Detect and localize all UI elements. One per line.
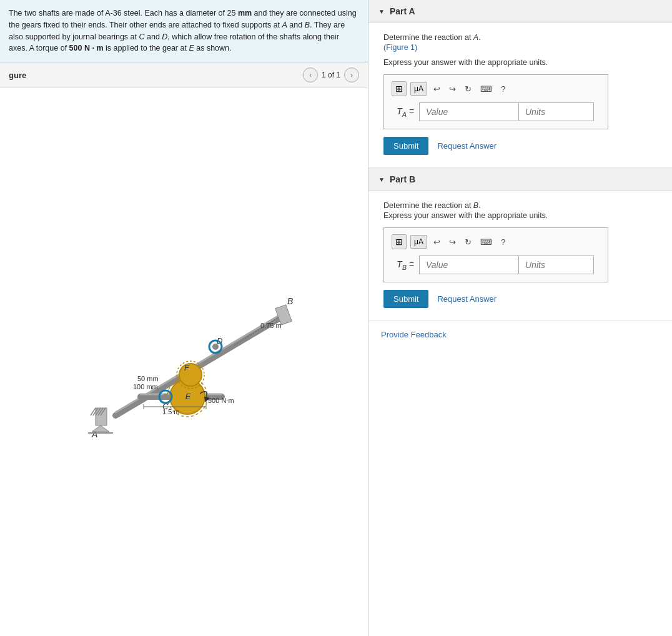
figure-area: gure ‹ 1 of 1 › (0, 62, 368, 636)
part-b-action-row: Submit Request Answer (383, 290, 660, 308)
svg-text:F: F (184, 363, 190, 372)
part-a-grid-button[interactable]: ⊞ (392, 81, 407, 96)
page-indicator: 1 of 1 (322, 71, 340, 79)
part-b-express-text: Express your answer with the appropriate… (383, 211, 660, 220)
part-a-redo-icon[interactable]: ↪ (447, 83, 458, 95)
part-b-submit-button[interactable]: Submit (383, 290, 428, 308)
part-b-label: Part B (390, 174, 415, 184)
part-a-value-input[interactable] (419, 102, 519, 121)
part-b-body: Determine the reaction at B. Express you… (368, 191, 672, 320)
problem-text: The two shafts are made of A-36 steel. E… (0, 0, 368, 62)
part-a-header[interactable]: ▼ Part A (368, 0, 672, 23)
part-b-determine-text: Determine the reaction at B. (383, 201, 660, 210)
part-a-input-row: TA = (392, 102, 600, 121)
part-a-request-answer-link[interactable]: Request Answer (437, 141, 497, 151)
svg-text:0.75 m: 0.75 m (260, 322, 282, 329)
feedback-section: Provide Feedback (368, 321, 672, 348)
part-b-undo-icon[interactable]: ↩ (431, 236, 443, 248)
svg-text:500 N·m: 500 N·m (208, 397, 234, 404)
part-a-answer-box: ⊞ μA ↩ ↪ ↻ ⌨ ? TA = (383, 74, 608, 129)
part-b-keyboard-icon[interactable]: ⌨ (478, 236, 495, 248)
figure-diagram: A B E F D (41, 272, 328, 453)
figure-title: gure (9, 71, 26, 80)
grid-icon-b: ⊞ (395, 237, 403, 247)
part-b-chevron: ▼ (378, 176, 385, 183)
part-b-mu-button[interactable]: μA (410, 235, 427, 249)
figure-nav: ‹ 1 of 1 › (303, 67, 359, 82)
part-b-header[interactable]: ▼ Part B (368, 168, 672, 191)
svg-text:E: E (185, 392, 190, 401)
part-a-body: Determine the reaction at A. (Figure 1) … (368, 23, 672, 167)
part-a-express-text: Express your answer with the appropriate… (383, 58, 660, 67)
provide-feedback-link[interactable]: Provide Feedback (381, 330, 447, 339)
part-a-keyboard-icon[interactable]: ⌨ (478, 83, 495, 95)
left-panel: The two shafts are made of A-36 steel. E… (0, 0, 368, 636)
part-b-toolbar: ⊞ μA ↩ ↪ ↻ ⌨ ? (392, 234, 600, 249)
part-a-section: ▼ Part A Determine the reaction at A. (F… (368, 0, 672, 168)
part-a-figure-link[interactable]: (Figure 1) (383, 43, 660, 52)
svg-text:50 mm: 50 mm (137, 375, 159, 382)
svg-point-22 (162, 394, 169, 400)
part-b-refresh-icon[interactable]: ↻ (462, 236, 474, 248)
svg-text:1.5 m: 1.5 m (162, 408, 180, 415)
part-b-eq-label: TB = (392, 259, 414, 271)
figure-canvas: A B E F D (0, 88, 368, 636)
part-a-help-icon[interactable]: ? (498, 83, 508, 95)
svg-point-17 (179, 364, 202, 386)
part-b-help-icon[interactable]: ? (498, 236, 508, 248)
next-page-button[interactable]: › (344, 67, 359, 82)
part-a-toolbar: ⊞ μA ↩ ↪ ↻ ⌨ ? (392, 81, 600, 96)
part-a-mu-button[interactable]: μA (410, 82, 427, 96)
part-b-input-row: TB = (392, 256, 600, 274)
part-a-chevron: ▼ (378, 8, 385, 15)
part-b-units-input[interactable] (519, 256, 594, 274)
part-b-answer-box: ⊞ μA ↩ ↪ ↻ ⌨ ? TB = (383, 227, 608, 282)
svg-text:B: B (287, 296, 293, 306)
figure-header: gure ‹ 1 of 1 › (0, 62, 368, 88)
svg-text:100 mm: 100 mm (133, 383, 158, 390)
part-b-value-input[interactable] (419, 256, 519, 274)
part-a-units-input[interactable] (519, 102, 594, 121)
part-b-grid-button[interactable]: ⊞ (392, 234, 407, 249)
prev-page-button[interactable]: ‹ (303, 67, 318, 82)
part-a-determine-text: Determine the reaction at A. (383, 33, 660, 42)
part-b-section: ▼ Part B Determine the reaction at B. Ex… (368, 168, 672, 321)
part-a-undo-icon[interactable]: ↩ (431, 83, 443, 95)
right-panel: ▼ Part A Determine the reaction at A. (F… (368, 0, 672, 636)
part-b-request-answer-link[interactable]: Request Answer (437, 294, 497, 304)
part-a-submit-button[interactable]: Submit (383, 137, 428, 155)
mu-icon-b: μA (414, 237, 423, 246)
part-a-label: Part A (390, 6, 415, 16)
mu-icon: μA (414, 84, 423, 93)
part-a-action-row: Submit Request Answer (383, 137, 660, 155)
grid-icon: ⊞ (395, 84, 403, 94)
part-a-refresh-icon[interactable]: ↻ (462, 83, 474, 95)
part-b-redo-icon[interactable]: ↪ (447, 236, 458, 248)
part-a-eq-label: TA = (392, 106, 414, 118)
